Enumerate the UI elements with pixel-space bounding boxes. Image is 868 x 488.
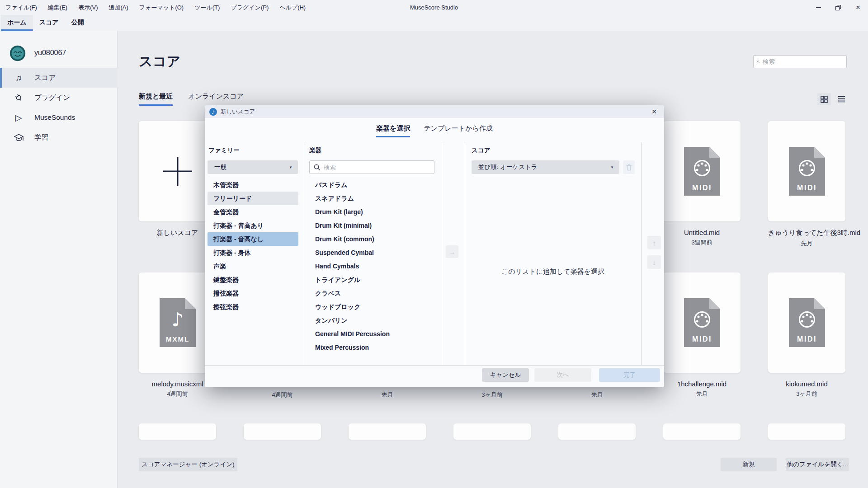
menu-add[interactable]: 追加(A) (104, 0, 134, 15)
instrument-search-input[interactable] (324, 164, 430, 171)
move-up-button[interactable]: ↑ (647, 236, 661, 249)
score-card[interactable]: MIDI (768, 121, 845, 221)
next-button[interactable]: 次へ (534, 368, 591, 382)
score-card-cell: MIDI Untitled.mid 3週間前 (663, 121, 741, 247)
instrument-item[interactable]: スネアドラム (309, 192, 435, 205)
instrument-item[interactable]: Hand Cymbals (309, 259, 435, 273)
menu-file[interactable]: ファイル(F) (0, 0, 42, 15)
score-card-partial[interactable] (139, 423, 216, 440)
instrument-item[interactable]: クラベス (309, 286, 435, 300)
family-item[interactable]: 金管楽器 (208, 205, 298, 219)
score-card[interactable]: MIDI (663, 121, 741, 221)
tab-new-recent[interactable]: 新規と最近 (139, 92, 173, 106)
menu-view[interactable]: 表示(V) (73, 0, 103, 15)
family-item[interactable]: 打楽器 - 身体 (208, 246, 298, 259)
family-item[interactable]: 木管楽器 (208, 178, 298, 192)
family-item[interactable]: フリーリード (208, 192, 298, 205)
new-score-button[interactable]: 新規 (721, 458, 777, 471)
instrument-item[interactable]: ウッドブロック (309, 300, 435, 314)
sidebar-item-scores[interactable]: ♫ スコア (0, 68, 118, 88)
score-label: スコア (472, 146, 490, 155)
tab-score[interactable]: スコア (33, 15, 65, 31)
family-item[interactable]: 声楽 (208, 259, 298, 273)
menu-format[interactable]: フォーマット(O) (134, 0, 189, 15)
close-icon: ✕ (651, 108, 657, 115)
add-to-score-button[interactable]: → (446, 245, 458, 258)
card-date: 先月 (768, 239, 845, 248)
sidebar-item-learn[interactable]: 学習 (0, 127, 118, 147)
tab-online-scores[interactable]: オンラインスコア (188, 92, 244, 106)
score-card-partial[interactable] (453, 423, 531, 440)
score-manager-button[interactable]: スコアマネージャー (オンライン) (139, 458, 237, 471)
score-search[interactable] (753, 55, 847, 68)
cancel-button[interactable]: キャンセル (482, 368, 529, 382)
instrument-item[interactable]: Drum Kit (large) (309, 205, 435, 219)
move-down-button[interactable]: ↓ (647, 255, 661, 269)
plug-icon (13, 94, 24, 102)
menu-edit[interactable]: 編集(E) (42, 0, 73, 15)
score-card-partial[interactable] (558, 423, 636, 440)
dialog-title: 新しいスコア (221, 108, 255, 116)
instrument-item[interactable]: トライアングル (309, 273, 435, 286)
menu-help[interactable]: ヘルプ(H) (274, 0, 311, 15)
done-button[interactable]: 完了 (599, 368, 660, 382)
dialog-titlebar[interactable]: ♪ 新しいスコア ✕ (205, 105, 664, 118)
page-title: スコア (139, 52, 180, 71)
family-dropdown[interactable]: 一般 ▼ (208, 160, 298, 174)
instrument-item[interactable]: Drum Kit (common) (309, 232, 435, 246)
card-date: 4週間前 (139, 390, 216, 398)
svg-text:MXML: MXML (165, 335, 189, 343)
instrument-item[interactable]: Drum Kit (minimal) (309, 219, 435, 232)
instrument-item[interactable]: バスドラム (309, 178, 435, 192)
search-icon (314, 164, 321, 171)
window-controls: ✕ (808, 0, 868, 15)
restore-button[interactable] (828, 0, 848, 15)
tab-publish[interactable]: 公開 (65, 15, 90, 31)
close-button[interactable]: ✕ (848, 0, 868, 15)
card-name: きゅうり食ってた午後3時.mid (768, 229, 845, 237)
family-item[interactable]: 擦弦楽器 (208, 300, 298, 314)
menu-plugins[interactable]: プラグイン(P) (225, 0, 274, 15)
score-card[interactable]: MIDI (663, 272, 741, 373)
column-separator (304, 142, 304, 365)
family-item[interactable]: 撥弦楽器 (208, 286, 298, 300)
musicxml-file-icon: ♪ MXML (160, 298, 196, 347)
tab-choose-instruments[interactable]: 楽器を選択 (376, 124, 410, 137)
remove-instrument-button[interactable] (623, 160, 635, 174)
list-view-button[interactable] (835, 93, 848, 105)
sidebar-item-musesounds[interactable]: ▷ MuseSounds (0, 108, 118, 127)
dialog-close-button[interactable]: ✕ (649, 108, 660, 115)
main-tab-bar: ホーム スコア 公開 (0, 15, 868, 31)
family-item[interactable]: 打楽器 - 音高あり (208, 219, 298, 232)
minimize-button[interactable] (808, 0, 828, 15)
card-date: 先月 (663, 390, 741, 398)
score-card[interactable]: MIDI (768, 272, 845, 373)
grid-view-button[interactable] (817, 93, 831, 105)
open-other-file-button[interactable]: 他のファイルを開く... (786, 458, 849, 471)
score-card-cell: MIDI kiokumed.mid 3ヶ月前 (768, 272, 845, 398)
account-row[interactable]: yu080067 (0, 31, 118, 62)
tab-create-from-template[interactable]: テンプレートから作成 (424, 124, 492, 137)
score-card-cell: MIDI 1hchallenge.mid 先月 (663, 272, 741, 398)
music-note-icon: ♫ (13, 73, 24, 83)
instrument-search[interactable] (309, 160, 434, 174)
instrument-item[interactable]: Suspended Cymbal (309, 246, 435, 259)
score-card-partial[interactable] (663, 423, 741, 440)
search-input[interactable] (763, 58, 843, 65)
midi-file-icon: MIDI (684, 147, 720, 196)
instrument-item[interactable]: タンバリン (309, 314, 435, 327)
tab-home[interactable]: ホーム (1, 15, 33, 31)
sidebar-item-label: MuseSounds (34, 113, 75, 122)
instrument-item[interactable]: General MIDI Percussion (309, 327, 435, 341)
close-icon: ✕ (856, 4, 861, 11)
family-item[interactable]: 鍵盤楽器 (208, 273, 298, 286)
score-card-partial[interactable] (244, 423, 321, 440)
score-card-partial[interactable] (768, 423, 845, 440)
column-separator (641, 142, 642, 365)
menu-tools[interactable]: ツール(T) (189, 0, 225, 15)
family-item-selected[interactable]: 打楽器 - 音高なし (208, 232, 298, 246)
score-card-partial[interactable] (349, 423, 426, 440)
instrument-item[interactable]: Mixed Percussion (309, 341, 435, 354)
sidebar-item-plugins[interactable]: プラグイン (0, 88, 118, 108)
sort-order-dropdown[interactable]: 並び順: オーケストラ ▼ (472, 160, 619, 174)
